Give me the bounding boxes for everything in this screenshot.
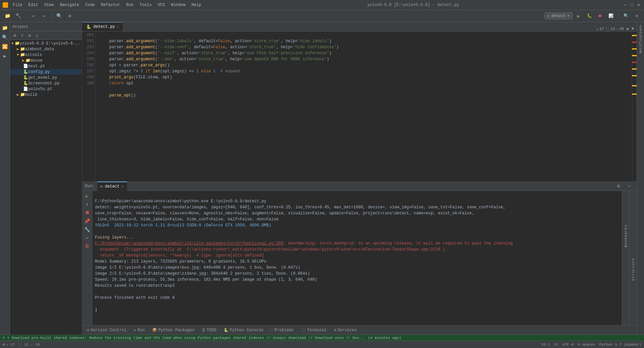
menu-refactor[interactable]: Refactor — [98, 2, 123, 8]
sidebar-find-icon[interactable]: 🔍 — [1, 33, 9, 42]
sidebar-project-icon[interactable]: 📁 — [1, 23, 9, 32]
bottom-tab-services[interactable]: ⚙ Services — [330, 326, 360, 335]
tree-item-mouse[interactable]: ▶ 📁 mouse — [10, 58, 82, 63]
tree-item-screenshot[interactable]: 🐍 Screenshot.py — [10, 80, 82, 86]
toolbar-separator-1 — [25, 13, 26, 19]
run-tab-close[interactable]: ✕ — [121, 184, 124, 189]
scroll-warn-marker-6 — [632, 85, 637, 86]
menu-edit[interactable]: Edit — [26, 2, 41, 8]
stop-button[interactable]: ⏹ — [595, 11, 605, 21]
tree-item-aitools[interactable]: ▼ 📁 aitools — [10, 52, 82, 58]
menu-bar[interactable]: File Edit View Navigate Code Refactor Ru… — [10, 2, 204, 8]
minimize-button[interactable]: ─ — [623, 2, 628, 8]
panel-header-project: Project — [10, 22, 82, 31]
editor-tab-detect[interactable]: 🐍 detect.py ✕ — [82, 22, 123, 31]
menu-run[interactable]: Run — [123, 2, 136, 8]
window-controls[interactable]: ─ □ ✕ — [623, 2, 641, 8]
packages-tab-label: Python Packages — [158, 328, 195, 333]
toolbar-build-btn[interactable]: 🔨 — [13, 11, 23, 21]
problems-tab-icon: ⚠ — [271, 328, 273, 332]
info-bar[interactable]: ⬇ ⬇ Download pre-built shared indexes: R… — [0, 335, 644, 341]
toolbar-project-btn[interactable]: 📁 — [3, 11, 12, 21]
editor-chevron-up[interactable]: ▲ — [627, 26, 629, 31]
status-charset[interactable]: UTF-8 — [562, 343, 574, 347]
notifications-label[interactable]: Notifications — [639, 25, 643, 54]
bottom-tab-todo[interactable]: ☰ TODO — [199, 326, 220, 335]
toolbar-search-btn[interactable]: 🔍 — [54, 11, 64, 21]
settings-button[interactable]: ⚙ — [632, 11, 641, 21]
toolbar-redo-btn[interactable]: ↪ — [39, 11, 49, 21]
menu-help[interactable]: Help — [189, 2, 204, 8]
maximize-button[interactable]: □ — [629, 2, 635, 8]
menu-view[interactable]: View — [42, 2, 57, 8]
code-content[interactable]: parser.add_argument('--hide-labels', def… — [96, 31, 632, 181]
run-minimize-btn[interactable]: ─ — [625, 182, 634, 191]
panel-tool-expand[interactable]: ≡ — [19, 32, 25, 39]
tab-close-button[interactable]: ✕ — [117, 25, 119, 29]
window-title: yolov5-6.0 [E:\yolov5-6.0] - detect.py — [367, 3, 459, 7]
editor-scrollbar[interactable] — [632, 31, 637, 181]
status-indent[interactable]: 4 spaces — [578, 343, 595, 347]
tree-item-getmodel[interactable]: 🐍 get_model.py — [10, 75, 82, 80]
tree-item-aimboot[interactable]: ▶ 📁 aimboot_data — [10, 46, 82, 52]
status-interpreter[interactable]: Python 3.7 (aimbot) — [599, 343, 641, 347]
tree-root[interactable]: ▼ 📁 yolov5-6.0 E:\yolov5-6... — [10, 41, 82, 46]
menu-navigate[interactable]: Navigate — [57, 2, 82, 8]
run-filter-btn[interactable]: 🔧 — [84, 226, 91, 233]
status-position[interactable]: 15:1 — [541, 343, 550, 347]
tree-root-label: yolov5-6.0 E:\yolov5-6... — [20, 41, 80, 46]
sidebar-vcs-icon[interactable]: 🔀 — [1, 42, 9, 51]
todo-tab-icon: ☰ — [202, 328, 205, 332]
file-tree: ▼ 📁 yolov5-6.0 E:\yolov5-6... ▶ 📁 aimboo… — [10, 40, 82, 335]
project-panel: Project ⊞ ≡ ⚙ ✕ ▼ 📁 yolov5-6.0 E:\yolov5… — [10, 22, 82, 335]
menu-code[interactable]: Code — [83, 2, 98, 8]
run-pin-btn[interactable]: 📌 — [84, 217, 91, 225]
structure-sidebar[interactable]: Structure — [629, 191, 637, 325]
run-button[interactable]: ▶ — [574, 11, 583, 21]
panel-tool-settings[interactable]: ⚙ — [26, 32, 33, 39]
panel-tool-close[interactable]: ✕ — [34, 32, 40, 39]
menu-tools[interactable]: Tools — [137, 2, 154, 8]
code-editor[interactable]: 291 292 293 294 295 296 297 298 300 pars… — [82, 31, 637, 181]
info-bar-message: ⬇ ⬇ Download pre-built shared indexes: R… — [3, 336, 401, 340]
warnings-badge[interactable]: ⚠ 17 ⬛ 12 ✓ 29 — [596, 27, 624, 31]
run-settings-btn[interactable]: ⚙ — [614, 182, 623, 191]
tree-item-best[interactable]: 📄 best.pt — [10, 63, 82, 69]
sidebar-run-icon[interactable]: ▶ — [1, 52, 9, 60]
bottom-tab-run[interactable]: ▶ Run — [131, 326, 148, 335]
run-output[interactable]: F:\PythonSpider\anaconda\envs\aimbot\pyt… — [92, 191, 622, 325]
panel-tool-collapse[interactable]: ⊞ — [11, 32, 18, 39]
run-clear-btn[interactable]: 🗑 — [84, 242, 91, 250]
menu-vcs[interactable]: VCS — [155, 2, 168, 8]
bottom-tab-python-console[interactable]: 🐍 Python Console — [220, 326, 267, 335]
tree-item-yolov5s[interactable]: 📄 yolov5s.pt — [10, 86, 82, 92]
editor-chevron-down[interactable]: ▼ — [632, 26, 634, 31]
menu-window[interactable]: Window — [168, 2, 188, 8]
bottom-tab-packages[interactable]: 📦 Python Packages — [149, 326, 198, 335]
status-warnings[interactable]: ⚠ 17 ⬛ 12 ✓ 29 — [6, 342, 40, 347]
bottom-tab-problems[interactable]: ⚠ Problems — [268, 326, 297, 335]
debug-button[interactable]: 🐛 — [585, 11, 594, 21]
tree-item-config[interactable]: 🐍 config.py — [10, 69, 82, 75]
status-ok-count: 29 — [35, 343, 40, 347]
toolbar-undo-btn[interactable]: ↩ — [29, 11, 38, 21]
structure-label[interactable]: Structure — [631, 258, 635, 281]
menu-file[interactable]: File — [10, 2, 25, 8]
run-stop-btn[interactable]: ⏹ — [84, 209, 91, 216]
search-everywhere-button[interactable]: 🔍 — [621, 11, 631, 21]
close-button[interactable]: ✕ — [636, 2, 641, 8]
bottom-tab-terminal[interactable]: ⬛ Terminal — [298, 326, 330, 335]
toolbar-settings-btn[interactable]: ⚙ — [65, 11, 74, 21]
run-restart-btn[interactable]: ▶ — [84, 192, 91, 200]
status-git[interactable]: ⚙ — [3, 342, 5, 347]
run-tab-detect[interactable]: ▶ detect ✕ — [97, 182, 127, 191]
run-soft-wrap-btn[interactable]: ↩ — [84, 234, 91, 241]
bookmarks-sidebar[interactable]: Bookmarks — [622, 191, 629, 325]
bottom-tab-vcs[interactable]: ⚙ Version Control — [84, 326, 130, 335]
run-scroll-btn[interactable]: ⬇ — [84, 201, 91, 208]
bookmarks-label[interactable]: Bookmarks — [624, 224, 628, 247]
coverage-button[interactable]: 📊 — [606, 11, 615, 21]
tree-item-build[interactable]: ▶ 📁 build — [10, 92, 82, 97]
status-lf[interactable]: LF — [554, 343, 558, 347]
run-config-selector[interactable]: ▶ detect ▾ — [544, 12, 573, 19]
